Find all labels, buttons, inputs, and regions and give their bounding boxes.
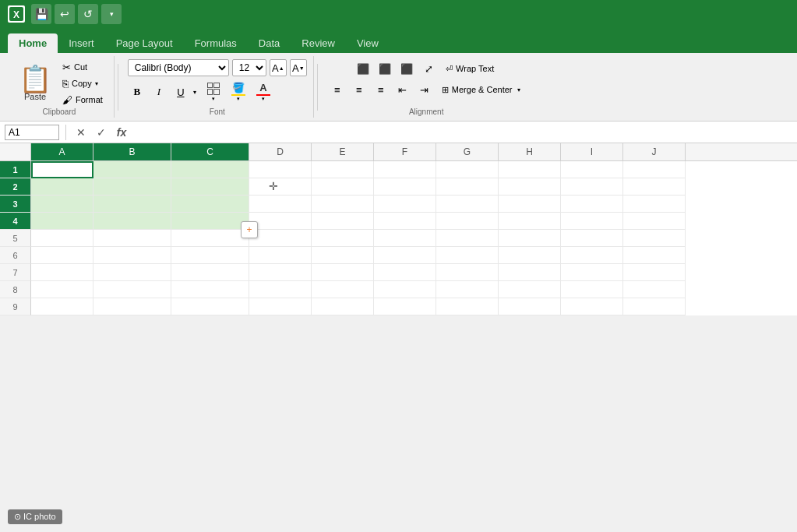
undo-button[interactable]: ↩ [55, 4, 75, 24]
cell-g4[interactable] [436, 213, 499, 230]
col-header-c[interactable]: C [171, 143, 249, 160]
row-num-7[interactable]: 7 [0, 264, 31, 281]
cell-b3[interactable] [93, 196, 171, 213]
cell-b2[interactable] [93, 178, 171, 196]
row-num-3[interactable]: 3 [0, 196, 31, 213]
cell-d5[interactable] [249, 230, 312, 247]
cell-g2[interactable] [436, 178, 499, 196]
fill-handle-popup[interactable]: + [241, 221, 258, 238]
cell-a5[interactable] [31, 230, 93, 247]
cell-a7[interactable] [31, 264, 93, 281]
cell-c2[interactable] [171, 178, 249, 196]
cell-e2[interactable] [312, 178, 374, 196]
copy-button[interactable]: ⎘ Copy ▾ [59, 76, 106, 91]
cell-d4[interactable] [249, 213, 312, 230]
cell-g9[interactable] [436, 298, 499, 315]
cell-b9[interactable] [93, 298, 171, 315]
tab-review[interactable]: Review [291, 33, 346, 53]
cell-h9[interactable] [499, 298, 561, 315]
cell-h7[interactable] [499, 264, 561, 281]
cell-h6[interactable] [499, 247, 561, 264]
cell-e6[interactable] [312, 247, 374, 264]
cell-e9[interactable] [312, 298, 374, 315]
cell-h8[interactable] [499, 281, 561, 298]
cell-a4[interactable] [31, 213, 93, 230]
cell-i8[interactable] [561, 281, 623, 298]
underline-button[interactable]: U [171, 83, 190, 101]
cell-f8[interactable] [374, 281, 436, 298]
format-painter-button[interactable]: 🖌 Format [59, 93, 106, 107]
cell-c5[interactable] [171, 230, 249, 247]
align-bottom-button[interactable]: ⬛ [397, 59, 417, 78]
cell-f2[interactable] [374, 178, 436, 196]
cell-f9[interactable] [374, 298, 436, 315]
cell-e1[interactable] [312, 161, 374, 178]
cell-j1[interactable] [623, 161, 686, 178]
fill-color-button[interactable]: 🪣 ▾ [227, 81, 249, 103]
cell-a6[interactable] [31, 247, 93, 264]
cell-f4[interactable] [374, 213, 436, 230]
cancel-formula-button[interactable]: ✕ [72, 124, 90, 141]
row-num-2[interactable]: 2 [0, 178, 31, 196]
cell-c1[interactable] [171, 161, 249, 178]
decrease-font-button[interactable]: A▼ [290, 59, 307, 76]
cell-b8[interactable] [93, 281, 171, 298]
paste-button[interactable]: 📋 Paste [12, 59, 58, 107]
cell-g7[interactable] [436, 264, 499, 281]
cell-g3[interactable] [436, 196, 499, 213]
cell-b6[interactable] [93, 247, 171, 264]
cell-d7[interactable] [249, 264, 312, 281]
cell-i6[interactable] [561, 247, 623, 264]
cell-a2[interactable] [31, 178, 93, 196]
col-header-a[interactable]: A [31, 143, 93, 160]
cell-g8[interactable] [436, 281, 499, 298]
confirm-formula-button[interactable]: ✓ [93, 124, 110, 141]
copy-dropdown-icon[interactable]: ▾ [95, 80, 98, 87]
insert-function-button[interactable]: fx [113, 124, 130, 141]
col-header-h[interactable]: H [499, 143, 561, 160]
cell-f1[interactable] [374, 161, 436, 178]
indent-decrease-button[interactable]: ⇤ [393, 80, 413, 99]
tab-data[interactable]: Data [248, 33, 291, 53]
cell-d8[interactable] [249, 281, 312, 298]
borders-dropdown-icon[interactable]: ▾ [212, 96, 215, 102]
orientation-button[interactable]: ⤢ [418, 59, 439, 78]
cell-a8[interactable] [31, 281, 93, 298]
increase-font-button[interactable]: A▲ [270, 59, 287, 76]
font-color-button[interactable]: A ▾ [252, 81, 274, 103]
cell-j5[interactable] [623, 230, 686, 247]
wrap-text-button[interactable]: ⏎ Wrap Text [440, 59, 499, 78]
col-header-e[interactable]: E [312, 143, 374, 160]
cell-e7[interactable] [312, 264, 374, 281]
tab-insert[interactable]: Insert [58, 33, 105, 53]
cell-i1[interactable] [561, 161, 623, 178]
font-size-select[interactable]: 12 [232, 59, 266, 76]
col-header-b[interactable]: B [93, 143, 171, 160]
cell-j3[interactable] [623, 196, 686, 213]
cell-c8[interactable] [171, 281, 249, 298]
align-top-button[interactable]: ⬛ [353, 59, 373, 78]
name-box[interactable] [5, 125, 59, 140]
row-num-6[interactable]: 6 [0, 247, 31, 264]
cell-i5[interactable] [561, 230, 623, 247]
cell-j6[interactable] [623, 247, 686, 264]
merge-center-button[interactable]: ⊞ Merge & Center ▾ [436, 80, 526, 99]
align-center-button[interactable]: ≡ [349, 80, 369, 99]
cell-b4[interactable] [93, 213, 171, 230]
font-color-dropdown[interactable]: ▾ [262, 96, 265, 102]
qat-dropdown-button[interactable]: ▾ [101, 4, 122, 24]
cell-g6[interactable] [436, 247, 499, 264]
cell-a9[interactable] [31, 298, 93, 315]
cell-c9[interactable] [171, 298, 249, 315]
col-header-j[interactable]: J [623, 143, 686, 160]
cell-i2[interactable] [561, 178, 623, 196]
cell-i7[interactable] [561, 264, 623, 281]
cell-i3[interactable] [561, 196, 623, 213]
align-right-button[interactable]: ≡ [371, 80, 391, 99]
cell-g5[interactable] [436, 230, 499, 247]
bold-button[interactable]: B [128, 83, 146, 101]
cell-e3[interactable] [312, 196, 374, 213]
font-name-select[interactable]: Calibri (Body) [128, 59, 229, 76]
underline-dropdown-icon[interactable]: ▾ [190, 83, 199, 101]
tab-page-layout[interactable]: Page Layout [105, 33, 184, 53]
